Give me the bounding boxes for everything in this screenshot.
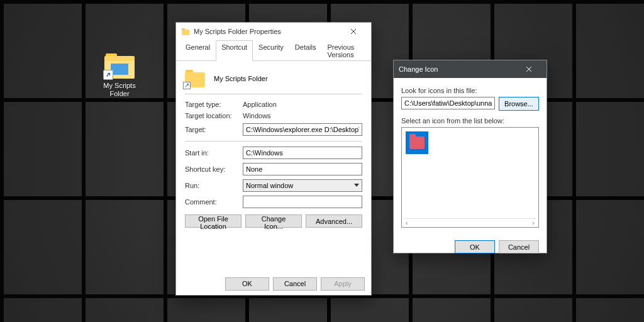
tab-security[interactable]: Security — [253, 40, 289, 61]
svg-rect-1 — [182, 28, 185, 30]
start-in-input[interactable] — [243, 147, 362, 159]
comment-input[interactable] — [243, 196, 362, 208]
shortcut-key-label: Shortcut key: — [185, 165, 243, 173]
ok-button[interactable]: OK — [225, 277, 269, 291]
change-icon-button[interactable]: Change Icon... — [245, 214, 302, 228]
advanced-button[interactable]: Advanced... — [306, 214, 362, 228]
icon-list[interactable]: ‹› — [401, 127, 539, 228]
apply-button[interactable]: Apply — [321, 277, 365, 291]
properties-titlebar[interactable]: My Scripts Folder Properties — [176, 23, 371, 40]
properties-window: My Scripts Folder Properties General Sho… — [175, 22, 372, 296]
cancel-button[interactable]: Cancel — [499, 240, 539, 253]
look-for-icons-label: Look for icons in this file: — [401, 87, 539, 94]
desktop-shortcut-label: My Scripts Folder — [94, 81, 145, 99]
target-location-label: Target location: — [185, 112, 243, 119]
run-label: Run: — [185, 182, 243, 189]
target-input[interactable] — [243, 123, 362, 136]
change-icon-title: Change Icon — [399, 65, 438, 73]
browse-button[interactable]: Browse... — [499, 97, 539, 111]
target-type-label: Target type: — [185, 101, 243, 108]
header-folder-icon — [185, 70, 205, 87]
folder-icon — [104, 53, 135, 79]
properties-title: My Scripts Folder Properties — [194, 28, 281, 35]
target-location-value: Windows — [243, 112, 271, 119]
target-label: Target: — [185, 126, 243, 133]
cancel-button[interactable]: Cancel — [273, 277, 317, 291]
change-icon-window: Change Icon Look for icons in this file:… — [393, 60, 547, 253]
select-icon-label: Select an icon from the list below: — [401, 117, 539, 125]
tab-shortcut[interactable]: Shortcut — [216, 40, 253, 61]
run-select[interactable]: Normal window — [243, 179, 362, 192]
tab-general[interactable]: General — [180, 40, 216, 61]
horizontal-scrollbar[interactable]: ‹› — [404, 218, 536, 226]
tab-details[interactable]: Details — [289, 40, 322, 61]
window-folder-icon — [181, 27, 190, 36]
ok-button[interactable]: OK — [455, 240, 495, 253]
target-type-value: Application — [243, 101, 277, 108]
svg-rect-0 — [182, 30, 189, 35]
shortcut-arrow-icon — [103, 70, 113, 80]
tab-previous-versions[interactable]: Previous Versions — [321, 40, 367, 61]
close-icon[interactable] — [516, 60, 541, 78]
red-folder-icon — [409, 136, 425, 149]
properties-tabs: General Shortcut Security Details Previo… — [176, 40, 371, 61]
start-in-label: Start in: — [185, 149, 243, 157]
close-icon[interactable] — [341, 23, 366, 40]
comment-label: Comment: — [185, 198, 243, 206]
change-icon-titlebar[interactable]: Change Icon — [394, 60, 547, 78]
open-file-location-button[interactable]: Open File Location — [185, 214, 242, 228]
header-name: My Scripts Folder — [214, 75, 268, 82]
icon-option-selected[interactable] — [406, 131, 428, 154]
properties-footer: OK Cancel Apply — [176, 272, 371, 295]
icon-path-input[interactable] — [401, 97, 495, 109]
desktop-shortcut[interactable]: My Scripts Folder — [94, 53, 145, 99]
shortcut-key-input[interactable] — [243, 163, 362, 175]
